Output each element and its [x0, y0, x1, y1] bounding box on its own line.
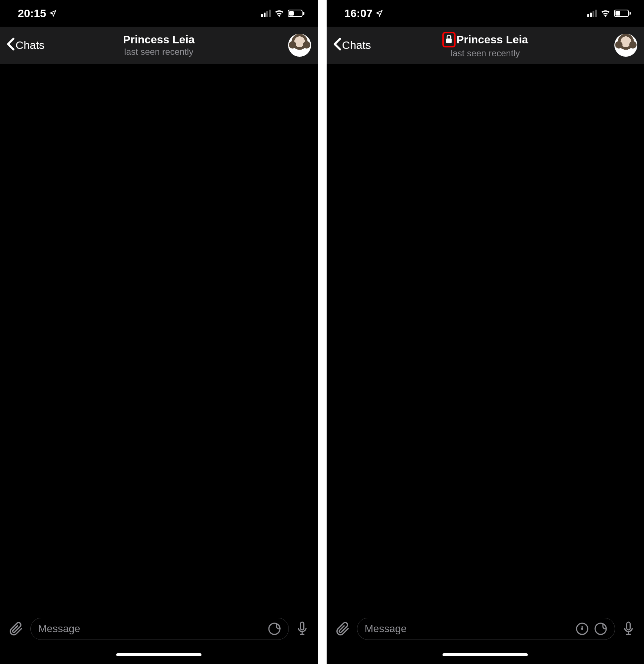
back-button[interactable]: Chats [333, 37, 371, 53]
contact-name: Princess Leia [457, 33, 528, 46]
svg-point-4 [582, 628, 583, 630]
battery-icon [288, 10, 304, 17]
header-title-area[interactable]: Princess Leia last seen recently [443, 32, 528, 59]
signal-icon [261, 10, 271, 17]
message-placeholder: Message [365, 623, 407, 635]
phone-screen-right: 16:07 [322, 0, 644, 664]
lock-icon [446, 34, 453, 45]
status-time: 16:07 [344, 7, 373, 20]
status-right [587, 10, 631, 17]
chat-body[interactable] [327, 64, 644, 612]
contact-status: last seen recently [124, 47, 193, 57]
message-input[interactable]: Message [357, 618, 615, 640]
wifi-icon [274, 10, 284, 17]
status-time: 20:15 [18, 7, 46, 20]
contact-status: last seen recently [451, 48, 520, 59]
location-icon [49, 7, 57, 20]
sticker-icon[interactable] [594, 622, 607, 635]
status-bar: 20:15 [0, 0, 318, 27]
message-placeholder: Message [38, 623, 80, 635]
status-right [261, 10, 304, 17]
chevron-left-icon [7, 37, 15, 53]
avatar[interactable] [614, 34, 637, 57]
attach-icon[interactable] [336, 621, 350, 636]
status-bar: 16:07 [327, 0, 644, 27]
comparison-container: 20:15 [0, 0, 644, 664]
back-label: Chats [342, 39, 371, 52]
wifi-icon [601, 10, 610, 17]
svg-rect-6 [627, 622, 630, 630]
attach-icon[interactable] [9, 621, 24, 636]
location-icon [376, 7, 383, 20]
header-title-area[interactable]: Princess Leia last seen recently [123, 33, 194, 57]
chat-header: Chats Princess Leia last seen recently [327, 27, 644, 64]
mic-icon[interactable] [622, 621, 635, 637]
signal-icon [587, 10, 597, 17]
status-left: 16:07 [344, 7, 383, 20]
mic-icon[interactable] [296, 621, 309, 637]
status-left: 20:15 [18, 7, 57, 20]
chevron-left-icon [333, 37, 341, 53]
input-bar: Message [0, 612, 318, 645]
chat-body[interactable] [0, 64, 318, 612]
svg-rect-1 [300, 622, 304, 630]
svg-rect-2 [446, 39, 452, 43]
home-indicator[interactable] [0, 645, 318, 664]
battery-icon [614, 10, 631, 17]
back-label: Chats [16, 39, 44, 52]
timer-icon[interactable] [575, 622, 589, 635]
lock-highlight-annotation [443, 32, 456, 47]
input-bar: Message [327, 612, 644, 645]
chat-header: Chats Princess Leia last seen recently [0, 27, 318, 64]
message-input[interactable]: Message [30, 618, 289, 640]
sticker-icon[interactable] [268, 622, 281, 635]
avatar[interactable] [288, 34, 311, 57]
contact-name: Princess Leia [123, 33, 194, 46]
phone-screen-left: 20:15 [0, 0, 322, 664]
back-button[interactable]: Chats [7, 37, 44, 53]
home-indicator[interactable] [327, 645, 644, 664]
